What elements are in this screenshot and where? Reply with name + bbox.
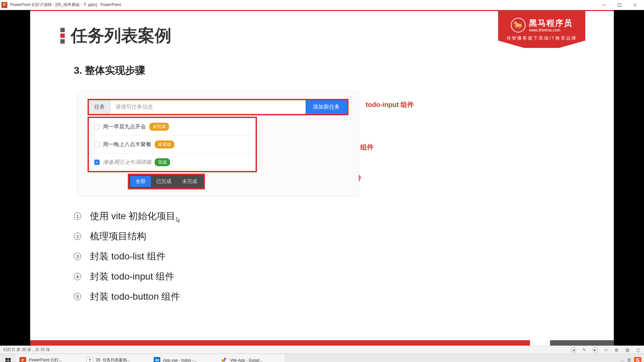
- stage-black-left: [0, 10, 30, 346]
- add-task-button[interactable]: 添加新任务: [306, 100, 347, 114]
- footer-red-bar: [30, 340, 530, 346]
- window-titlebar: P PowerPoint 幻灯片放映 - [05_组件基础 - 下.pptx] …: [0, 0, 644, 10]
- windows-logo-icon: [5, 358, 11, 362]
- system-tray: ︿ 英 S: [621, 357, 644, 362]
- todo-input-component: 任务 请填写任务信息 添加新任务: [88, 99, 348, 115]
- list-item: ✓ 准备周三上午演讲稿 完成: [89, 154, 256, 171]
- task-input[interactable]: 请填写任务信息: [111, 100, 306, 114]
- window-title: PowerPoint 幻灯片放映 - [05_组件基础 - 下.pptx] - …: [10, 2, 596, 8]
- presentation-stage: 任务列表案例 🐎 黑马程序员 www.itheima.com 传智播客旗下高端I…: [0, 10, 644, 346]
- pen-tool-button[interactable]: ✎: [582, 347, 587, 353]
- status-badge: 完成: [155, 158, 170, 166]
- step-text: 封装 todo-list 组件: [90, 250, 166, 263]
- text-file-icon: T: [87, 357, 93, 362]
- filter-all-button[interactable]: 全部: [130, 176, 151, 187]
- sogou-ime-icon[interactable]: S: [634, 357, 641, 362]
- list-item: 周一早晨九点开会 未完成: [89, 118, 256, 136]
- brand-name: 黑马程序员: [529, 18, 573, 28]
- step-item: 3 封装 todo-list 组件: [74, 250, 614, 263]
- step-item: 5 封装 todo-button 组件: [74, 290, 614, 303]
- slide-sorter-button[interactable]: ⊞: [614, 347, 619, 353]
- maximize-button[interactable]: [612, 0, 627, 10]
- status-badge: 未完成: [149, 123, 169, 131]
- svg-rect-1: [618, 3, 621, 6]
- annotation-input: todo-input 组件: [366, 100, 414, 109]
- reading-view-button[interactable]: ▤: [625, 347, 630, 353]
- step-number-icon: 4: [74, 273, 81, 280]
- taskbar-label: App.vue - todos -...: [163, 358, 197, 362]
- footer-grey-bar: [550, 340, 614, 346]
- slide-counter: 幻灯片 第 30 张，共 32 张: [3, 347, 50, 353]
- step-item: 4 封装 todo-input 组件: [74, 270, 614, 283]
- status-bar: 幻灯片 第 30 张，共 32 张 ◂ ✎ ▸ ▭ ⊞ ▤ ▢: [0, 346, 644, 354]
- taskbar-label: Vite App - Googl...: [230, 358, 263, 362]
- brand-tagline: 传智播客旗下高端IT教育品牌: [506, 35, 577, 41]
- close-button[interactable]: [627, 0, 643, 10]
- taskbar: P PowerPoint 幻灯... T 05_任务列表案例... ⋈ App.…: [0, 354, 644, 362]
- brand-badge: 🐎 黑马程序员 www.itheima.com 传智播客旗下高端IT教育品牌: [498, 11, 585, 48]
- slide-header: 任务列表案例 🐎 黑马程序员 www.itheima.com 传智播客旗下高端I…: [30, 11, 614, 47]
- list-item: 周一晚上八点半聚餐 未完成: [89, 136, 256, 154]
- prev-slide-button[interactable]: ◂: [571, 347, 576, 353]
- window-controls: [596, 0, 643, 10]
- step-text: 封装 todo-button 组件: [90, 290, 180, 303]
- step-text: 梳理项目结构: [90, 230, 146, 243]
- section-title: 3. 整体实现步骤: [74, 64, 614, 77]
- ime-indicator[interactable]: 英: [627, 358, 631, 362]
- minimize-button[interactable]: [596, 0, 612, 10]
- taskbar-item-text[interactable]: T 05_任务列表案例...: [83, 354, 150, 362]
- cursor-icon: [176, 217, 181, 223]
- powerpoint-icon: P: [1, 2, 7, 8]
- step-item: 2 梳理项目结构: [74, 230, 614, 243]
- svg-point-5: [223, 359, 225, 361]
- step-number-icon: 2: [74, 233, 81, 240]
- todo-list-component: 周一早晨九点开会 未完成 周一晚上八点半聚餐 未完成 ✓ 准备周三上午演讲稿 完…: [88, 117, 257, 172]
- step-number-icon: 3: [74, 253, 81, 260]
- normal-view-button[interactable]: ▭: [603, 347, 608, 353]
- taskbar-label: PowerPoint 幻灯...: [29, 357, 62, 362]
- start-button[interactable]: [0, 354, 16, 362]
- vscode-icon: ⋈: [154, 357, 160, 362]
- next-slide-button[interactable]: ▸: [592, 347, 598, 353]
- slide[interactable]: 任务列表案例 🐎 黑马程序员 www.itheima.com 传智播客旗下高端I…: [30, 10, 614, 346]
- brand-url: www.itheima.com: [529, 28, 573, 33]
- step-number-icon: 1: [74, 213, 81, 220]
- item-text: 周一早晨九点开会: [103, 123, 146, 130]
- item-text: 准备周三上午演讲稿: [103, 159, 151, 166]
- slide-bullet-icon: [60, 28, 65, 44]
- steps-list: 1 使用 vite 初始化项目 2 梳理项目结构 3 封装 todo-list …: [74, 210, 614, 303]
- filter-done-button[interactable]: 已完成: [151, 176, 177, 187]
- todo-app-mockup: 任务 请填写任务信息 添加新任务 周一早晨九点开会 未完成 周: [77, 91, 359, 196]
- brand-logo-icon: 🐎: [511, 18, 526, 33]
- taskbar-item-vscode[interactable]: ⋈ App.vue - todos -...: [150, 354, 217, 362]
- slide-content: 3. 整体实现步骤 任务 请填写任务信息 添加新任务 周一早晨九点开会: [30, 47, 614, 303]
- step-item: 1 使用 vite 初始化项目: [74, 210, 614, 223]
- input-prefix-label: 任务: [89, 100, 111, 114]
- chrome-icon: [221, 357, 227, 362]
- step-text: 使用 vite 初始化项目: [90, 210, 175, 223]
- item-text: 周一晚上八点半聚餐: [103, 141, 151, 148]
- powerpoint-icon: P: [19, 357, 26, 362]
- todo-button-component: 全部 已完成 未完成: [128, 174, 205, 189]
- filter-undone-button[interactable]: 未完成: [177, 176, 203, 187]
- taskbar-item-powerpoint[interactable]: P PowerPoint 幻灯...: [16, 354, 83, 362]
- step-number-icon: 5: [74, 293, 81, 300]
- step-text: 封装 todo-input 组件: [90, 270, 174, 283]
- stage-black-right: [614, 10, 644, 346]
- checkbox[interactable]: ✓: [94, 160, 100, 165]
- annotations: todo-input 组件 todo-list 组件 todo-button 组…: [366, 91, 414, 183]
- slide-title: 任务列表案例: [71, 24, 171, 47]
- status-badge: 未完成: [155, 140, 174, 148]
- slideshow-view-button[interactable]: ▢: [635, 347, 641, 353]
- tray-chevron-icon[interactable]: ︿: [621, 358, 625, 362]
- taskbar-item-chrome[interactable]: Vite App - Googl...: [217, 354, 284, 362]
- checkbox[interactable]: [94, 124, 100, 129]
- checkbox[interactable]: [94, 142, 100, 147]
- taskbar-label: 05_任务列表案例...: [96, 357, 130, 362]
